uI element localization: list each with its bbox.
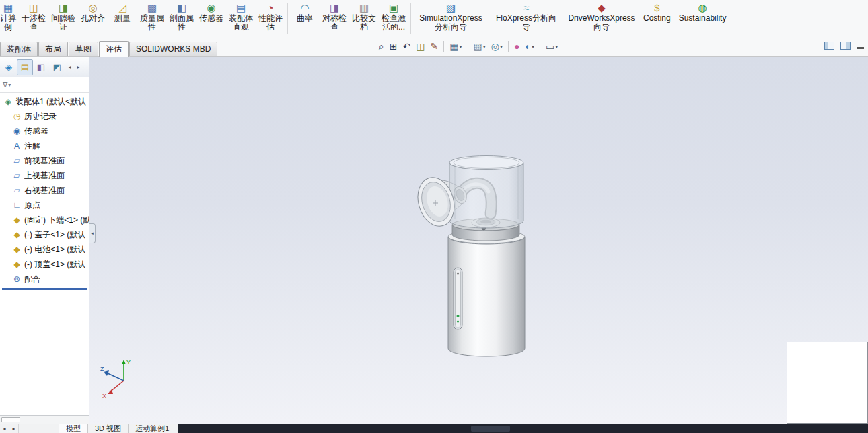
tree-item-sensors[interactable]: ◉传感器 — [0, 124, 89, 139]
hole-alignment-button[interactable]: ◎孔对齐 — [78, 1, 108, 24]
view-settings-icon: ▭ — [546, 41, 554, 52]
toolbar-separator — [410, 3, 411, 34]
sheet-scroll-right[interactable]: ▸ — [9, 424, 19, 433]
sheet-scroll-left[interactable]: ◂ — [0, 424, 9, 433]
tab-assembly[interactable]: 装配体 — [0, 42, 38, 56]
tree-item-top-plane[interactable]: ▱上视基准面 — [0, 168, 89, 183]
tree-item-assembly-root[interactable]: ◈装配体1 (默认<默认_ — [0, 94, 89, 109]
tab-motion-study-1[interactable]: 运动算例1 — [129, 424, 176, 433]
tab-layout[interactable]: 布局 — [38, 42, 68, 56]
check-active-document-icon: ▣ — [389, 2, 398, 14]
clearance-verification-button[interactable]: ◨间隙验证 — [48, 1, 78, 32]
configurationmanager-tab[interactable]: ◧ — [33, 59, 49, 75]
pane-left-toggle[interactable] — [824, 42, 834, 50]
toolbar-item-label: 剖面属性 — [168, 14, 195, 32]
scrollbar-thumb[interactable] — [1, 417, 20, 422]
dropdown-caret-icon: ▾ — [483, 44, 486, 50]
featuremanager-tab[interactable]: ◈ — [1, 59, 17, 75]
toolbar-separator — [287, 3, 288, 34]
view-orientation-button[interactable]: ▦▾ — [447, 40, 464, 52]
interference-detection-button[interactable]: ◫干涉检查 — [19, 1, 48, 32]
tree-filter-button[interactable]: ∇ ▾ — [3, 81, 11, 89]
tree-item-part-cover[interactable]: ◆(-) 盖子<1> (默认 — [0, 227, 89, 242]
tree-item-mates[interactable]: ⊚配合 — [0, 272, 89, 286]
measure-button[interactable]: ◿测量 — [108, 1, 137, 24]
previous-view-button[interactable]: ↶ — [401, 40, 413, 52]
simulationxpress-wizard-button[interactable]: ▧SimulationXpress分析向导 — [413, 1, 489, 32]
displaymanager-tab[interactable]: ◩ — [49, 59, 65, 75]
check-active-document-button[interactable]: ▣检查激活的... — [379, 1, 408, 32]
clear-cap-part[interactable] — [449, 156, 523, 229]
tab-evaluate[interactable]: 评估 — [99, 41, 129, 57]
main-area: ◈▤◧◩◂▸ ∇ ▾ ◈装配体1 (默认<默认_◷历史记录◉传感器A注解▱前视基… — [0, 57, 868, 424]
toolbar-item-label: 装配体直观 — [227, 14, 254, 32]
costing-button[interactable]: $Costing — [639, 1, 675, 24]
history-folder-icon: ◷ — [11, 112, 22, 121]
tree-item-right-plane[interactable]: ▱右视基准面 — [0, 183, 89, 198]
section-view-button[interactable]: ◫ — [414, 40, 427, 52]
rollback-bar[interactable] — [2, 288, 87, 290]
tree-item-label: 传感器 — [24, 126, 48, 137]
zoom-area-icon: ⊞ — [390, 41, 398, 52]
command-toolbar: ▦计算例◫干涉检查◨间隙验证◎孔对齐◿测量▩质量属性◧剖面属性◉传感器▤装配体直… — [0, 0, 868, 38]
tree-item-part-battery[interactable]: ◆(-) 电池<1> (默认 — [0, 242, 89, 257]
costing-icon: $ — [654, 2, 659, 14]
edit-appearance-button[interactable]: ● — [512, 40, 521, 52]
floxpress-wizard-button[interactable]: ≈FloXpress分析向导 — [489, 1, 564, 32]
assembly-3d-model[interactable] — [410, 149, 545, 371]
part-icon: ◆ — [11, 215, 22, 225]
tree-filter-row: ∇ ▾ — [0, 77, 89, 93]
design-study-button[interactable]: ▦计算例 — [0, 1, 19, 32]
driveworksxpress-wizard-button[interactable]: ◆DriveWorksXpress向导 — [564, 1, 639, 32]
tab-model[interactable]: 模型 — [59, 424, 88, 433]
tree-item-part-lower[interactable]: ◆(固定) 下端<1> (默 — [0, 212, 89, 227]
panel-tabs-scroll-left[interactable]: ◂ — [65, 61, 74, 74]
symmetry-check-button[interactable]: ◨对称检查 — [320, 1, 349, 32]
tree-item-annotations[interactable]: A注解 — [0, 139, 89, 153]
view-settings-button[interactable]: ▭▾ — [544, 40, 560, 52]
toolbar-item-label: 质量属性 — [139, 14, 166, 32]
assembly-visualization-button[interactable]: ▤装配体直观 — [226, 1, 256, 32]
panel-tabs-scroll-right[interactable]: ▸ — [74, 61, 83, 74]
sensor-button[interactable]: ◉传感器 — [196, 1, 226, 24]
mass-properties-button[interactable]: ▩质量属性 — [137, 1, 167, 32]
tree-item-part-topcap[interactable]: ◆(-) 顶盖<1> (默认 — [0, 257, 89, 272]
body-part[interactable] — [448, 230, 525, 356]
view-toolbar-separator — [443, 41, 444, 52]
design-study-icon: ▦ — [3, 2, 13, 14]
display-style-button[interactable]: ▧▾ — [472, 40, 488, 52]
minimize-button[interactable] — [857, 47, 864, 49]
graphics-viewport[interactable]: ◂ — [89, 57, 868, 424]
commandmanager-tabs: 装配体布局草图评估SOLIDWORKS MBD — [0, 41, 218, 56]
tab-3d-views[interactable]: 3D 视图 — [88, 424, 129, 433]
zoom-fit-button[interactable]: ⌕ — [377, 40, 386, 52]
tab-solidworks-mbd[interactable]: SOLIDWORKS MBD — [129, 42, 217, 56]
zoom-area-button[interactable]: ⊞ — [388, 40, 400, 52]
compare-documents-button[interactable]: ▥比较文档 — [349, 1, 379, 32]
plane-icon: ▱ — [11, 186, 22, 195]
hide-show-items-button[interactable]: ◎▾ — [489, 40, 505, 52]
panel-collapse-handle[interactable]: ◂ — [89, 223, 96, 243]
tree-item-history[interactable]: ◷历史记录 — [0, 109, 89, 124]
toolbar-item-label: 检查激活的... — [380, 14, 407, 32]
propertymanager-tab[interactable]: ▤ — [17, 59, 33, 75]
dynamic-annotation-button[interactable]: ✎ — [429, 40, 441, 52]
pane-right-toggle[interactable] — [840, 42, 851, 50]
performance-evaluation-button[interactable]: ◔性能评估 — [256, 1, 285, 32]
tab-sketch[interactable]: 草图 — [69, 42, 98, 56]
filter-funnel-icon: ∇ — [3, 81, 7, 89]
section-properties-icon: ◧ — [177, 2, 186, 14]
sustainability-button[interactable]: ◍Sustainability — [675, 1, 731, 24]
floating-panel — [787, 342, 868, 424]
tree-item-front-plane[interactable]: ▱前视基准面 — [0, 153, 89, 168]
curvature-button[interactable]: ◠曲率 — [290, 1, 320, 24]
symmetry-check-icon: ◨ — [330, 2, 339, 14]
panel-horizontal-scrollbar[interactable] — [0, 415, 89, 424]
tree-item-origin[interactable]: ∟原点 — [0, 198, 89, 212]
toolbar-item-label: 传感器 — [199, 14, 223, 23]
plane-icon: ▱ — [11, 171, 22, 180]
triad-y-label: Y — [126, 359, 131, 366]
section-properties-button[interactable]: ◧剖面属性 — [167, 1, 196, 32]
apply-scene-button[interactable]: ◐▾ — [523, 40, 536, 52]
toolbar-item-label: 干涉检查 — [20, 14, 47, 32]
